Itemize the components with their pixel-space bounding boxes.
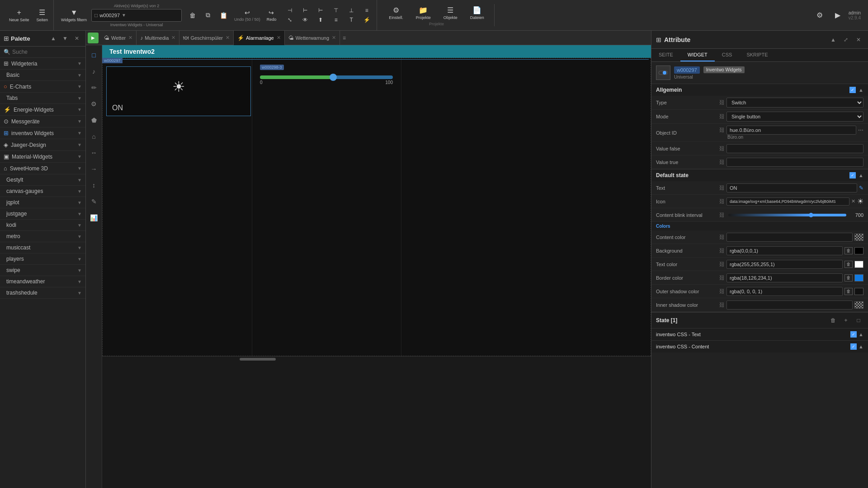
category-trashshedule[interactable]: trashshedule ▼ <box>0 287 85 299</box>
view-button[interactable]: 👁 <box>298 16 312 24</box>
attr-icon-clear-icon[interactable]: ✕ <box>851 198 855 204</box>
tab-widget[interactable]: WIDGET <box>680 49 715 61</box>
category-timeandweather[interactable]: timeandweather ▼ <box>0 276 85 287</box>
attr-outer-shadow-delete-icon[interactable]: 🗑 <box>844 288 853 295</box>
tab-overflow-button[interactable]: ≡ <box>340 35 349 41</box>
section-allgemein-header[interactable]: Allgemein ✓ ▲ <box>651 84 868 96</box>
projekte-button[interactable]: 📁 Projekte <box>413 4 434 22</box>
tab-wetter-close[interactable]: ✕ <box>128 35 132 41</box>
sidebar-icon-settings[interactable]: ⚙ <box>88 98 100 110</box>
attr-up-button[interactable]: ▲ <box>828 35 838 45</box>
align-center-button[interactable]: ⊢ <box>298 6 312 14</box>
category-widgeteria[interactable]: ⊞ Widgeteria ▼ <box>0 58 85 70</box>
attr-background-delete-icon[interactable]: 🗑 <box>844 247 853 254</box>
category-jaeger[interactable]: ◈ Jaeger-Design ▼ <box>0 139 85 151</box>
tab-skripte[interactable]: SKRIPTE <box>739 49 775 61</box>
attr-border-color-link-icon[interactable]: ⛓ <box>719 275 725 281</box>
attr-icon-sun-icon[interactable]: ☀ <box>857 197 863 206</box>
tab-wetter[interactable]: 🌤 Wetter ✕ <box>100 31 137 45</box>
palette-down-button[interactable]: ▼ <box>60 33 70 43</box>
palette-close-button[interactable]: ✕ <box>72 33 82 43</box>
category-tabs[interactable]: Tabs ▼ <box>0 93 85 104</box>
widget-selector[interactable]: □ w000297 ▼ <box>91 9 182 22</box>
attr-objectid-more-icon[interactable]: ⋯ <box>858 127 863 133</box>
seiten-button[interactable]: ☰ Seiten <box>34 6 51 24</box>
tab-geschirrspueler[interactable]: 🍽 Geschirrspüler ✕ <box>179 31 234 45</box>
sidebar-icon-draw[interactable]: ✎ <box>88 195 100 208</box>
attr-border-color-swatch[interactable] <box>854 274 863 282</box>
css-section-content[interactable]: inventwo CSS - Content ✓ ▲ <box>651 340 868 352</box>
attr-outer-shadow-swatch[interactable] <box>854 288 863 295</box>
tab-alarmanlage-close[interactable]: ✕ <box>277 35 281 41</box>
widget-slider[interactable]: w000298-3 0 100 <box>256 63 396 103</box>
css-section-text[interactable]: inventwo CSS - Text ✓ ▲ <box>651 328 868 340</box>
category-metro[interactable]: metro ▼ <box>0 231 85 242</box>
category-energie[interactable]: ⚡ Energie-Widgets ▼ <box>0 104 85 116</box>
more-align-button[interactable]: ≡ <box>359 6 374 14</box>
top-settings-button[interactable]: ⚙ <box>812 9 827 21</box>
tab-alarmanlage[interactable]: ⚡ Alarmanlage ✕ <box>234 31 285 45</box>
sidebar-icon-arrow-v[interactable]: ↕ <box>88 179 100 192</box>
category-inventwo[interactable]: ⊞ inventwo Widgets ▼ <box>0 127 85 139</box>
state-delete-button[interactable]: 🗑 <box>828 315 838 325</box>
attr-background-link-icon[interactable]: ⛓ <box>719 248 725 254</box>
canvas-wrapper[interactable]: ◀ Test Inventwo2 w000297 ☀ ON <box>102 45 651 488</box>
category-echarts[interactable]: ○ E-Charts ▼ <box>0 81 85 93</box>
attr-valuetrue-input[interactable] <box>726 158 863 167</box>
attr-blink-link-icon[interactable]: ⛓ <box>719 212 725 218</box>
category-musiccast[interactable]: musiccast ▼ <box>0 242 85 253</box>
text-align-button[interactable]: ≡ <box>329 16 343 24</box>
tab-css[interactable]: CSS <box>715 49 740 61</box>
sidebar-icon-arrow-r[interactable]: → <box>88 163 100 175</box>
top-play-button[interactable]: ▶ <box>830 9 845 21</box>
category-sweethome[interactable]: ⌂ SweetHome 3D ▼ <box>0 163 85 174</box>
allgemein-checkbox[interactable]: ✓ <box>849 87 856 93</box>
attr-text-link-icon[interactable]: ⛓ <box>719 185 725 191</box>
attr-outer-shadow-link-icon[interactable]: ⛓ <box>719 288 725 295</box>
attr-outer-shadow-input[interactable] <box>726 287 843 296</box>
paste-widget-button[interactable]: 📋 <box>216 10 231 21</box>
tab-wetterwarnung[interactable]: 🌤 Wetterwarnung ✕ <box>285 31 340 45</box>
tab-multimedia-close[interactable]: ✕ <box>171 35 175 41</box>
tab-multimedia[interactable]: ♪ Multimedia ✕ <box>137 31 179 45</box>
attr-content-color-link-icon[interactable]: ⛓ <box>719 234 725 240</box>
scrollbar-thumb[interactable] <box>240 358 276 361</box>
attr-close-button[interactable]: ✕ <box>854 35 863 45</box>
align-left-button[interactable]: ⊣ <box>283 6 297 14</box>
state-add-button[interactable]: + <box>841 315 851 325</box>
sidebar-icon-home[interactable]: ⌂ <box>88 130 100 143</box>
canvas-area[interactable]: w000297 ☀ ON <box>102 58 651 356</box>
attr-valuefalse-link-icon[interactable]: ⛓ <box>719 145 725 152</box>
attr-text-input[interactable] <box>726 183 857 192</box>
redo-button[interactable]: ↪ Redo <box>264 7 279 23</box>
widget-switch[interactable]: ☀ ON <box>106 66 251 116</box>
attr-inner-shadow-input[interactable] <box>726 300 853 310</box>
attr-text-color-input[interactable] <box>726 260 843 269</box>
attr-icon-link-icon[interactable]: ⛓ <box>719 198 725 205</box>
canvas-bottom-scrollbar[interactable] <box>102 356 651 361</box>
objekte-button[interactable]: ☰ Objekte <box>441 4 460 22</box>
tab-play-button[interactable]: ▶ <box>88 33 99 43</box>
undo-button[interactable]: ↩ Undo (50 / 50) <box>231 7 263 23</box>
attr-text-color-swatch[interactable] <box>854 261 863 268</box>
attr-background-swatch[interactable] <box>854 247 863 254</box>
attr-inner-shadow-swatch[interactable] <box>854 301 863 309</box>
attr-mode-select[interactable]: Single button <box>726 112 863 122</box>
attr-mode-link-icon[interactable]: ⛓ <box>719 113 725 120</box>
attr-type-select[interactable]: Switch <box>726 98 863 108</box>
attr-content-color-swatch[interactable] <box>854 234 863 241</box>
category-justgage[interactable]: justgage ▼ <box>0 208 85 220</box>
attr-type-link-icon[interactable]: ⛓ <box>719 99 725 106</box>
category-canvas-gauges[interactable]: canvas-gauges ▼ <box>0 186 85 197</box>
sidebar-icon-music[interactable]: ♪ <box>88 65 100 78</box>
category-basic[interactable]: Basic ▼ <box>0 70 85 81</box>
align-right-button[interactable]: ⊢ <box>313 6 328 14</box>
text-format-button[interactable]: T <box>344 16 359 24</box>
align-bottom-button[interactable]: ⊥ <box>344 6 359 14</box>
tab-geschirrspueler-close[interactable]: ✕ <box>226 35 230 41</box>
attr-border-color-delete-icon[interactable]: 🗑 <box>844 274 853 282</box>
attr-inner-shadow-link-icon[interactable]: ⛓ <box>719 302 725 308</box>
neue-seite-button[interactable]: + Neue Seite <box>6 7 32 24</box>
script-button[interactable]: ⚡ <box>359 16 374 24</box>
category-jqplot[interactable]: jqplot ▼ <box>0 197 85 208</box>
